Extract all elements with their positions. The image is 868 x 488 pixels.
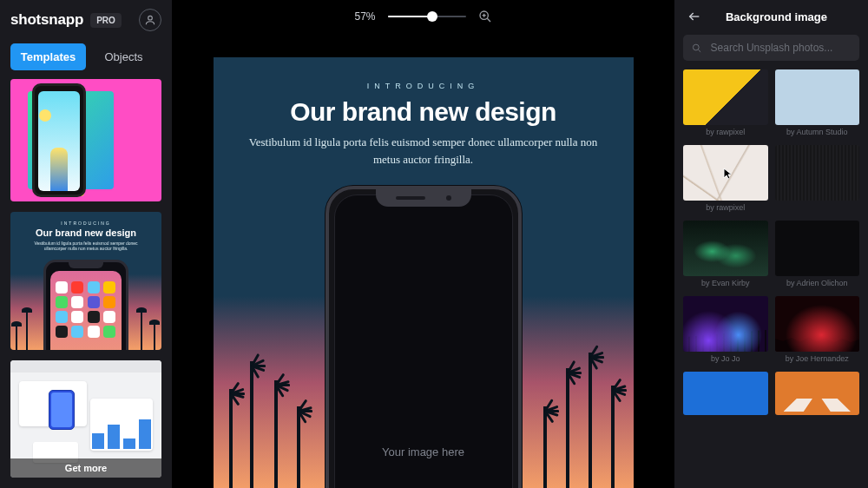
background-thumb bbox=[775, 372, 860, 415]
background-credit: by Autumn Studio bbox=[775, 128, 860, 136]
right-panel: Background image by rawpixel by Autumn S… bbox=[674, 0, 868, 488]
svg-line-7 bbox=[698, 49, 700, 52]
right-panel-title: Background image bbox=[697, 10, 856, 23]
mockup-intro[interactable]: INTRODUCING bbox=[214, 82, 634, 90]
top-toolbar: 57% bbox=[173, 0, 674, 33]
background-thumb bbox=[775, 69, 860, 125]
background-thumb bbox=[683, 69, 768, 125]
template-card[interactable]: INTRODUCING Our brand new design Vestibu… bbox=[10, 212, 161, 350]
background-credit: by Evan Kirby bbox=[683, 279, 768, 287]
canvas-stage[interactable]: INTRODUCING Our brand new design Vestibu… bbox=[173, 33, 674, 488]
background-item[interactable]: by Evan Kirby bbox=[683, 221, 768, 287]
cursor-icon bbox=[723, 168, 733, 180]
mockup-artboard[interactable]: INTRODUCING Our brand new design Vestibu… bbox=[214, 57, 634, 488]
mockup-device[interactable]: Your image here bbox=[326, 186, 522, 488]
tab-templates[interactable]: Templates bbox=[10, 43, 86, 70]
left-panel: shotsnapp PRO Templates Objects INTRODUC… bbox=[0, 0, 173, 488]
background-thumb bbox=[775, 296, 860, 352]
zoom-value: 57% bbox=[354, 10, 375, 23]
search-field[interactable] bbox=[683, 35, 859, 61]
search-icon bbox=[692, 43, 702, 54]
background-thumb bbox=[683, 296, 768, 352]
background-item[interactable]: by Jo Jo bbox=[683, 296, 768, 363]
brand-row: shotsnapp PRO bbox=[0, 0, 172, 38]
background-item[interactable]: by Joe Hernandez bbox=[775, 296, 860, 363]
svg-point-0 bbox=[148, 16, 153, 20]
background-credit: by Joe Hernandez bbox=[775, 354, 860, 363]
background-grid[interactable]: by rawpixel by Autumn Studio by rawpixel… bbox=[674, 69, 868, 488]
pro-badge: PRO bbox=[90, 13, 122, 28]
svg-point-6 bbox=[693, 44, 699, 50]
search-input[interactable] bbox=[709, 41, 851, 55]
phone-notch bbox=[376, 189, 471, 207]
background-thumb bbox=[775, 145, 860, 201]
zoom-slider[interactable] bbox=[388, 16, 466, 17]
background-credit: by Jo Jo bbox=[683, 354, 768, 363]
background-item[interactable]: by Adrien Olichon bbox=[775, 221, 860, 287]
template-card[interactable] bbox=[10, 79, 161, 201]
canvas-area: 57% INTRODUCING Our brand new design Ves… bbox=[173, 0, 674, 488]
template-card[interactable]: Get more bbox=[10, 360, 161, 478]
user-menu[interactable] bbox=[139, 9, 161, 31]
background-item[interactable]: by rawpixel bbox=[683, 69, 768, 136]
brand-logo: shotsnapp bbox=[10, 11, 83, 29]
background-thumb bbox=[683, 372, 768, 415]
background-thumb bbox=[683, 221, 768, 276]
template-intro: INTRODUCING bbox=[10, 221, 161, 226]
background-item[interactable] bbox=[683, 372, 768, 418]
zoom-in-button[interactable] bbox=[478, 10, 492, 23]
background-credit: by rawpixel bbox=[683, 203, 768, 212]
background-thumb bbox=[775, 221, 860, 276]
template-cta: Get more bbox=[10, 458, 161, 478]
background-credit: by rawpixel bbox=[683, 128, 768, 136]
right-panel-header: Background image bbox=[674, 0, 868, 31]
svg-line-2 bbox=[487, 18, 490, 22]
background-credit: by Adrien Olichon bbox=[775, 279, 860, 287]
side-tabs: Templates Objects bbox=[0, 38, 172, 79]
background-thumb bbox=[683, 145, 768, 201]
background-item[interactable] bbox=[775, 372, 860, 418]
templates-list[interactable]: INTRODUCING Our brand new design Vestibu… bbox=[0, 79, 172, 488]
template-body: Vestibulum id ligula porta felis euismod… bbox=[23, 241, 149, 251]
tab-objects[interactable]: Objects bbox=[86, 43, 161, 70]
user-icon bbox=[144, 14, 156, 26]
zoom-in-icon bbox=[478, 10, 492, 23]
mockup-headline[interactable]: Our brand new design bbox=[214, 97, 634, 127]
mockup-placeholder: Your image here bbox=[335, 445, 512, 458]
background-item[interactable]: by rawpixel bbox=[683, 145, 768, 212]
mockup-body[interactable]: Vestibulum id ligula porta felis euismod… bbox=[248, 134, 599, 168]
background-item[interactable] bbox=[775, 145, 860, 212]
background-item[interactable]: by Autumn Studio bbox=[775, 69, 860, 136]
template-headline: Our brand new design bbox=[10, 228, 161, 238]
